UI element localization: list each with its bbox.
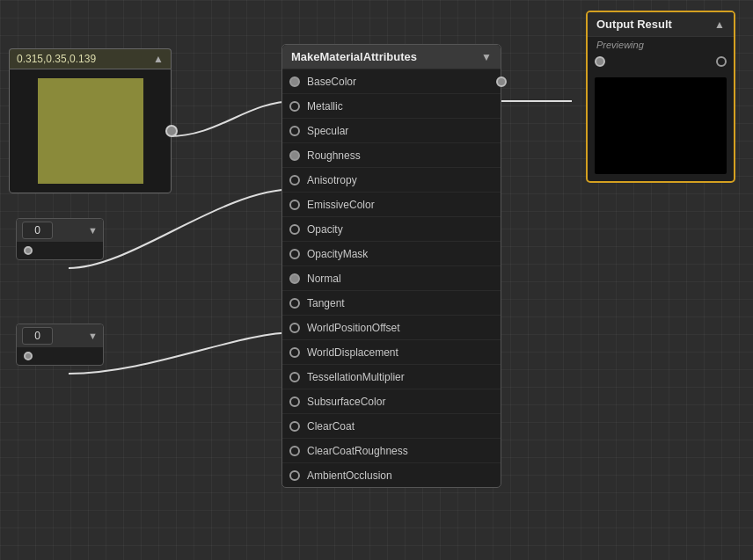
mma-row-anisotropy[interactable]: Anisotropy: [282, 167, 501, 192]
mma-output-pin[interactable]: [496, 76, 507, 87]
numeric-node-1: 0 ▼: [16, 218, 104, 260]
mma-input-pin-normal[interactable]: [289, 273, 300, 284]
make-material-attributes-node: MakeMaterialAttributes ▼ BaseColorMetall…: [281, 44, 501, 488]
output-node-title: Output Result: [596, 18, 672, 31]
output-left-pin[interactable]: [595, 56, 605, 67]
mma-input-pin-roughness[interactable]: [289, 150, 300, 161]
mma-row-clearcoatroughness[interactable]: ClearCoatRoughness: [282, 438, 501, 462]
mma-label-tessellationmultiplier: TessellationMultiplier: [307, 371, 405, 383]
numeric-node-2: 0 ▼: [16, 324, 104, 366]
numeric-dropdown-1[interactable]: ▼: [88, 225, 98, 236]
mma-label-anisotropy: Anisotropy: [307, 174, 357, 186]
mma-row-opacity[interactable]: Opacity: [282, 216, 501, 241]
numeric-node-2-output-pin[interactable]: [24, 352, 33, 360]
mma-row-worldpositionoffset[interactable]: WorldPositionOffset: [282, 315, 501, 339]
mma-input-pin-basecolor[interactable]: [289, 76, 300, 87]
mma-input-pin-clearcoat[interactable]: [289, 421, 300, 432]
numeric-dropdown-2[interactable]: ▼: [88, 331, 98, 341]
output-subheader: Previewing: [588, 36, 734, 53]
mma-input-pin-metallic[interactable]: [289, 101, 300, 112]
color-node-output-pin[interactable]: [165, 125, 178, 137]
mma-label-clearcoatroughness: ClearCoatRoughness: [307, 445, 408, 457]
mma-input-pin-opacity[interactable]: [289, 224, 300, 235]
mma-rows-container: BaseColorMetallicSpecularRoughnessAnisot…: [282, 69, 501, 487]
mma-node-title: MakeMaterialAttributes: [291, 50, 417, 63]
mma-input-pin-clearcoatroughness[interactable]: [289, 446, 300, 456]
color-node-header[interactable]: 0.315,0.35,0.139 ▲: [9, 48, 172, 69]
mma-input-pin-emissivecolor[interactable]: [289, 200, 300, 210]
output-top-pins: [588, 53, 734, 70]
mma-label-worldpositionoffset: WorldPositionOffset: [307, 322, 400, 334]
output-right-pin[interactable]: [716, 56, 727, 67]
mma-row-metallic[interactable]: Metallic: [282, 93, 501, 118]
mma-label-ambientocclusion: AmbientOcclusion: [307, 469, 392, 482]
numeric-node-1-header[interactable]: 0 ▼: [17, 219, 103, 242]
mma-label-specular: Specular: [307, 125, 348, 137]
mma-collapse-icon[interactable]: ▼: [481, 51, 492, 63]
mma-label-worlddisplacement: WorldDisplacement: [307, 346, 398, 359]
output-collapse-icon[interactable]: ▲: [714, 18, 725, 31]
output-result-node: Output Result ▲ Previewing: [586, 11, 735, 183]
color-node-body: [9, 69, 172, 193]
color-node: 0.315,0.35,0.139 ▲: [9, 48, 172, 193]
mma-row-tessellationmultiplier[interactable]: TessellationMultiplier: [282, 364, 501, 389]
mma-input-pin-opacitymask[interactable]: [289, 249, 300, 259]
mma-label-metallic: Metallic: [307, 100, 343, 113]
color-swatch[interactable]: [38, 78, 143, 184]
mma-node-header[interactable]: MakeMaterialAttributes ▼: [282, 45, 501, 69]
mma-row-specular[interactable]: Specular: [282, 118, 501, 142]
mma-row-normal[interactable]: Normal: [282, 265, 501, 290]
collapse-icon[interactable]: ▲: [153, 53, 164, 65]
color-node-title: 0.315,0.35,0.139: [17, 53, 96, 65]
mma-label-normal: Normal: [307, 273, 341, 285]
mma-label-opacity: Opacity: [307, 223, 343, 236]
mma-label-subsurfacecolor: SubsurfaceColor: [307, 396, 385, 408]
mma-row-worlddisplacement[interactable]: WorldDisplacement: [282, 339, 501, 364]
numeric-node-1-body: [17, 242, 103, 259]
numeric-node-2-body: [17, 347, 103, 365]
mma-row-tangent[interactable]: Tangent: [282, 290, 501, 315]
mma-input-pin-specular[interactable]: [289, 126, 300, 136]
mma-input-pin-subsurfacecolor[interactable]: [289, 396, 300, 407]
mma-input-pin-tangent[interactable]: [289, 298, 300, 309]
mma-label-clearcoat: ClearCoat: [307, 420, 355, 433]
mma-label-basecolor: BaseColor: [307, 76, 356, 88]
mma-row-basecolor[interactable]: BaseColor: [282, 69, 501, 93]
output-node-header[interactable]: Output Result ▲: [588, 12, 734, 36]
mma-input-pin-worldpositionoffset[interactable]: [289, 323, 300, 333]
numeric-node-1-output-pin[interactable]: [24, 246, 33, 255]
mma-row-clearcoat[interactable]: ClearCoat: [282, 413, 501, 438]
mma-row-opacitymask[interactable]: OpacityMask: [282, 241, 501, 265]
numeric-value-2[interactable]: 0: [22, 327, 53, 345]
mma-row-subsurfacecolor[interactable]: SubsurfaceColor: [282, 389, 501, 413]
mma-label-opacitymask: OpacityMask: [307, 248, 368, 260]
numeric-value-1[interactable]: 0: [22, 222, 53, 239]
mma-label-tangent: Tangent: [307, 297, 345, 309]
mma-input-pin-anisotropy[interactable]: [289, 175, 300, 185]
mma-label-emissivecolor: EmissiveColor: [307, 199, 375, 211]
mma-row-ambientocclusion[interactable]: AmbientOcclusion: [282, 462, 501, 487]
mma-row-emissivecolor[interactable]: EmissiveColor: [282, 192, 501, 216]
numeric-node-2-header[interactable]: 0 ▼: [17, 324, 103, 347]
output-preview: [595, 77, 727, 174]
mma-input-pin-tessellationmultiplier[interactable]: [289, 372, 300, 382]
mma-label-roughness: Roughness: [307, 149, 361, 162]
mma-input-pin-worlddisplacement[interactable]: [289, 347, 300, 358]
mma-row-roughness[interactable]: Roughness: [282, 142, 501, 167]
mma-input-pin-ambientocclusion[interactable]: [289, 470, 300, 481]
